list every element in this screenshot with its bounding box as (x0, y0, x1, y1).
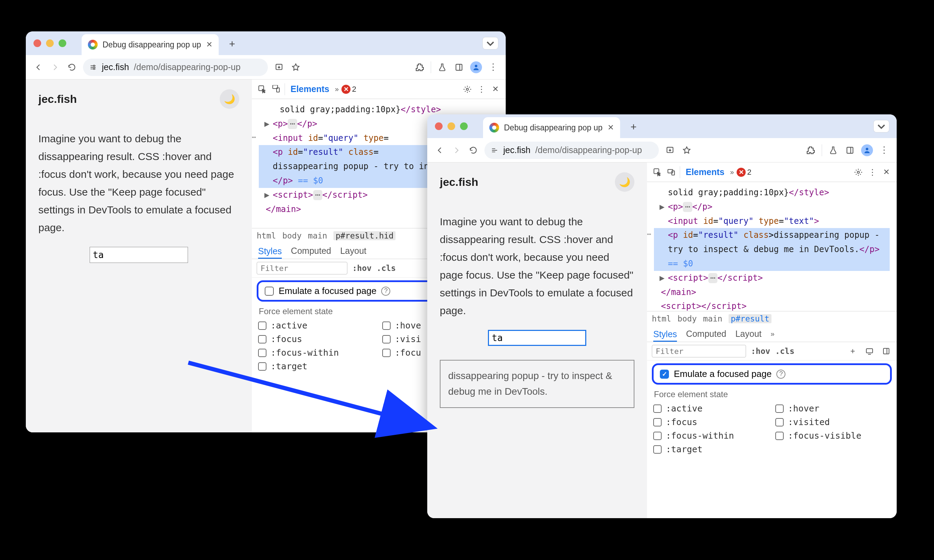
profile-icon[interactable] (861, 145, 873, 156)
zoom-window-icon[interactable] (58, 39, 66, 47)
fold-icon[interactable]: ▶ (660, 200, 665, 214)
checkbox-target[interactable] (653, 445, 662, 454)
close-window-icon[interactable] (435, 122, 443, 130)
emulate-focused-row[interactable]: ✓ Emulate a focused page ? (652, 363, 892, 385)
bookmark-icon[interactable] (290, 62, 302, 73)
fold-icon[interactable]: ▶ (660, 271, 665, 285)
profile-icon[interactable] (470, 62, 482, 73)
side-panel-icon[interactable] (844, 145, 856, 156)
crumb-main[interactable]: main (703, 314, 722, 323)
computed-tab[interactable]: Computed (291, 246, 331, 256)
checkbox-focus-visible[interactable] (382, 349, 391, 357)
hov-button[interactable]: :hov (751, 346, 770, 356)
checkbox-focus-within[interactable] (653, 432, 662, 440)
layout-tab[interactable]: Layout (340, 246, 366, 256)
filter-input[interactable] (652, 345, 746, 357)
new-style-icon[interactable]: + (847, 346, 858, 357)
install-icon[interactable] (665, 145, 675, 156)
bookmark-icon[interactable] (681, 145, 692, 156)
emulate-checkbox[interactable] (265, 287, 274, 296)
help-icon[interactable]: ? (381, 287, 390, 296)
layout-tab[interactable]: Layout (735, 329, 762, 339)
styles-tab[interactable]: Styles (653, 329, 677, 342)
side-panel-icon[interactable] (453, 62, 465, 73)
inspect-icon[interactable] (652, 167, 663, 178)
query-input[interactable] (488, 330, 586, 346)
reload-icon[interactable] (66, 62, 77, 73)
device-toggle-icon[interactable] (666, 167, 677, 178)
styles-tab[interactable]: Styles (258, 246, 282, 259)
device-toggle-icon[interactable] (271, 84, 282, 95)
more-tabs-icon[interactable]: » (335, 85, 339, 93)
install-icon[interactable] (274, 62, 285, 73)
zoom-window-icon[interactable] (460, 122, 468, 130)
new-tab-button[interactable]: + (625, 118, 642, 135)
cls-button[interactable]: .cls (376, 264, 395, 273)
elements-tab[interactable]: Elements (683, 166, 727, 178)
url-field[interactable]: jec.fish/demo/disappearing-pop-up (485, 142, 659, 159)
close-tab-icon[interactable]: ✕ (608, 123, 614, 132)
fold-icon[interactable]: ▶ (265, 117, 269, 131)
help-icon[interactable]: ? (776, 369, 785, 379)
settings-icon[interactable] (853, 167, 864, 178)
menu-icon[interactable]: ⋮ (488, 62, 499, 73)
back-icon[interactable] (434, 145, 445, 156)
tabs-dropdown-icon[interactable] (483, 37, 498, 49)
tabs-dropdown-icon[interactable] (874, 120, 889, 132)
menu-icon[interactable]: ⋮ (879, 145, 890, 156)
labs-icon[interactable] (828, 145, 839, 156)
back-icon[interactable] (33, 62, 44, 73)
breadcrumb[interactable]: html body main p#result (647, 311, 897, 326)
crumb-body[interactable]: body (282, 231, 302, 240)
labs-icon[interactable] (437, 62, 448, 73)
checkbox-focus[interactable] (653, 418, 662, 426)
computed-tab[interactable]: Computed (686, 329, 726, 339)
new-tab-button[interactable]: + (223, 35, 241, 53)
close-devtools-icon[interactable]: ✕ (881, 167, 892, 178)
minimize-window-icon[interactable] (46, 39, 54, 47)
query-input[interactable] (90, 247, 188, 263)
error-badge[interactable]: ✕ 2 (342, 85, 356, 94)
inspect-icon[interactable] (257, 84, 268, 95)
hov-button[interactable]: :hov (352, 264, 371, 273)
more-tabs-icon[interactable]: » (771, 330, 775, 338)
checkbox-visited[interactable] (382, 335, 391, 343)
dom-tree[interactable]: solid gray;padding:10px}</style> ▶<p>⋯</… (647, 182, 897, 311)
checkbox-hover[interactable] (382, 322, 391, 330)
error-badge[interactable]: ✕ 2 (737, 168, 751, 177)
more-icon[interactable]: ⋮ (867, 167, 878, 178)
checkbox-focus-within[interactable] (258, 349, 266, 357)
crumb-body[interactable]: body (677, 314, 697, 323)
checkbox-focus-visible[interactable] (775, 432, 784, 440)
checkbox-focus[interactable] (258, 335, 266, 343)
crumb-result[interactable]: p#result (729, 314, 771, 323)
rendering-icon[interactable] (864, 346, 875, 357)
close-tab-icon[interactable]: ✕ (206, 40, 212, 49)
more-icon[interactable]: ⋮ (476, 84, 487, 95)
browser-tab[interactable]: Debug disappearing pop up ✕ (82, 34, 218, 55)
checkbox-visited[interactable] (775, 418, 784, 426)
more-tabs-icon[interactable]: » (730, 168, 734, 176)
minimize-window-icon[interactable] (448, 122, 455, 130)
close-devtools-icon[interactable]: ✕ (490, 84, 501, 95)
cls-button[interactable]: .cls (775, 346, 794, 356)
reload-icon[interactable] (468, 145, 479, 156)
emulate-checkbox[interactable]: ✓ (660, 369, 669, 379)
theme-toggle-button[interactable]: 🌙 (615, 172, 634, 192)
theme-toggle-button[interactable]: 🌙 (220, 89, 239, 109)
filter-input[interactable] (257, 262, 348, 274)
checkbox-active[interactable] (653, 405, 662, 413)
crumb-result[interactable]: p#result.hid (334, 231, 395, 240)
extensions-icon[interactable] (805, 145, 816, 156)
browser-tab[interactable]: Debug disappearing pop up ✕ (483, 117, 620, 138)
elements-tab[interactable]: Elements (288, 83, 332, 95)
checkbox-target[interactable] (258, 362, 266, 371)
crumb-html[interactable]: html (257, 231, 276, 240)
crumb-main[interactable]: main (308, 231, 327, 240)
settings-icon[interactable] (462, 84, 473, 95)
panel-icon[interactable] (881, 346, 892, 357)
close-window-icon[interactable] (34, 39, 41, 47)
checkbox-hover[interactable] (775, 405, 784, 413)
crumb-html[interactable]: html (652, 314, 671, 323)
fold-icon[interactable]: ▶ (265, 188, 269, 202)
